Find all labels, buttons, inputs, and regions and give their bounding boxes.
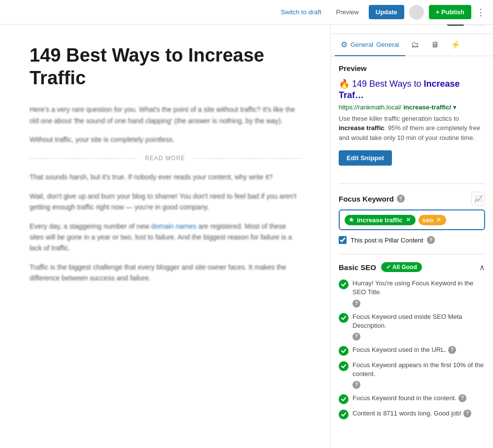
focus-keyword-text: Focus Keyword (339, 195, 394, 203)
check-2-help-icon[interactable]: ? (352, 333, 360, 341)
seo-title-text: 149 Best Ways to (352, 79, 421, 89)
keyword-remove-1[interactable]: ✕ (406, 216, 411, 223)
pillar-content-label: This post is Pillar Content (351, 237, 423, 244)
check-icon-2 (339, 313, 349, 323)
check-text-1: Hurray! You're using Focus Keyword in th… (352, 279, 485, 307)
seo-check-6: Content is 8711 words long. Good job! ? (339, 409, 485, 419)
panel-body: Preview 🔥 149 Best Ways to Increase Traf… (331, 56, 493, 448)
check-icon-3 (339, 346, 349, 356)
check-icon-1 (339, 279, 349, 289)
all-good-badge: ✓ All Good (381, 262, 422, 272)
post-paragraph-6: Traffic is the biggest challenge that ev… (30, 262, 301, 284)
seo-check-2: Focus Keyword used inside SEO Meta Descr… (339, 312, 485, 341)
fire-emoji: 🔥 (339, 79, 350, 89)
focus-keyword-help-icon[interactable]: ? (397, 195, 405, 203)
tab-advanced[interactable]: ⚡ (445, 34, 466, 56)
check-icon-6 (339, 410, 349, 419)
advanced-tab-icon: ⚡ (451, 40, 460, 49)
keyword-tag-seo: seo ✕ (419, 215, 446, 225)
tab-general-text: General (376, 41, 399, 48)
general-tab-icon: ⚙ (341, 40, 348, 49)
panel-tabs: ⚙ General General 🗂 🖥 ⚡ (331, 34, 493, 56)
read-more-divider: READ MORE (30, 155, 301, 162)
tab-social[interactable]: 🗂 (405, 34, 425, 56)
preview-url: https://rankmath.local/increase-traffic/… (339, 103, 485, 111)
update-button[interactable]: Update (369, 5, 404, 19)
url-arrow-icon[interactable]: ▾ (453, 103, 457, 111)
edit-snippet-button[interactable]: Edit Snippet (339, 150, 392, 166)
keyword-tag-increase-traffic: ★ increase traffic ✕ (345, 215, 416, 225)
section-divider-2 (339, 254, 485, 254)
publish-button[interactable]: + Publish (429, 5, 471, 19)
check-icon-5 (339, 394, 349, 404)
settings-circle-button[interactable] (409, 5, 424, 20)
check-6-help-icon[interactable]: ? (463, 410, 471, 417)
check-text-4: Focus Keyword appears in the first 10% o… (352, 361, 485, 389)
preview-section-title: Preview (339, 64, 485, 72)
trending-icon[interactable]: 📈 (471, 192, 485, 206)
focus-keyword-label: Focus Keyword ? (339, 195, 405, 203)
url-base: https://rankmath.local/ (339, 103, 401, 111)
focus-keyword-input[interactable]: ★ increase traffic ✕ seo ✕ (339, 209, 485, 230)
keyword-tag-text-1: increase traffic (357, 216, 403, 224)
domain-names-link[interactable]: domain names (151, 222, 196, 230)
seo-check-1: Hurray! You're using Focus Keyword in th… (339, 279, 485, 307)
basic-seo-collapse-icon[interactable]: ∧ (479, 263, 485, 272)
post-paragraph-5: Every day, a staggering number of new do… (30, 221, 301, 254)
preview-card: 🔥 149 Best Ways to Increase Traf… https:… (339, 78, 485, 142)
seo-checks-list: Hurray! You're using Focus Keyword in th… (339, 279, 485, 419)
seo-check-4: Focus Keyword appears in the first 10% o… (339, 361, 485, 389)
post-title[interactable]: 149 Best Ways to Increase Traffic (30, 44, 301, 89)
check-icon-4 (339, 361, 349, 371)
post-paragraph-3: That sounds harsh, but it's true. If nob… (30, 172, 301, 182)
social-tab-icon: 🗂 (411, 40, 419, 49)
post-paragraph-1: Here's a very rare question for you. Wha… (30, 104, 301, 126)
switch-to-draft-button[interactable]: Switch to draft (276, 5, 326, 19)
preview-button[interactable]: Preview (331, 5, 364, 19)
seo-check-3: Focus Keyword used in the URL. ? (339, 345, 485, 356)
read-more-label: READ MORE (137, 155, 193, 162)
check-text-3: Focus Keyword used in the URL. ? (352, 345, 456, 354)
url-bold-part: increase-traffic/ (403, 103, 451, 111)
check-text-6: Content is 8711 words long. Good job! ? (352, 409, 471, 418)
post-editor-area: 149 Best Ways to Increase Traffic Here's… (0, 25, 330, 448)
basic-seo-header[interactable]: Basic SEO ✓ All Good ∧ (339, 262, 485, 272)
keyword-tag-text-2: seo (423, 216, 433, 224)
keyword-star-icon: ★ (349, 216, 354, 223)
top-toolbar: Switch to draft Preview Update + Publish… (0, 0, 493, 25)
pillar-content-help-icon[interactable]: ? (427, 236, 435, 244)
schema-tab-icon: 🖥 (431, 40, 439, 49)
pillar-content-row: This post is Pillar Content ? (339, 236, 485, 244)
post-body: Here's a very rare question for you. Wha… (30, 104, 301, 283)
post-paragraph-2: Without traffic, your site is completely… (30, 134, 301, 145)
focus-keyword-header: Focus Keyword ? 📈 (339, 192, 485, 206)
more-options-button[interactable]: ⋮ (476, 7, 485, 18)
basic-seo-title-area: Basic SEO ✓ All Good (339, 262, 422, 272)
tab-general[interactable]: ⚙ General General (335, 34, 405, 56)
tab-general-label: General (351, 41, 373, 48)
seo-check-5: Focus Keyword found in the content. ? (339, 394, 485, 404)
check-1-help-icon[interactable]: ? (352, 300, 360, 308)
preview-description: Use these killer traffic generation tact… (339, 114, 485, 143)
preview-desc-bold: increase traffic (339, 124, 385, 132)
post-paragraph-4: Wait, don't give up and burn your blog t… (30, 191, 301, 213)
check-4-help-icon[interactable]: ? (352, 381, 360, 389)
preview-seo-title[interactable]: 🔥 149 Best Ways to Increase Traf… (339, 78, 485, 102)
section-divider-1 (339, 183, 485, 184)
check-5-help-icon[interactable]: ? (458, 394, 466, 402)
rank-math-panel: Rank Math ★ ✕ ⚙ General General 🗂 🖥 ⚡ Pr… (330, 0, 493, 448)
check-3-help-icon[interactable]: ? (448, 346, 456, 354)
pillar-content-checkbox[interactable] (339, 236, 347, 244)
keyword-remove-2[interactable]: ✕ (436, 216, 441, 223)
basic-seo-title: Basic SEO (339, 263, 376, 272)
check-text-2: Focus Keyword used inside SEO Meta Descr… (352, 312, 485, 341)
tab-schema[interactable]: 🖥 (425, 34, 445, 56)
check-text-5: Focus Keyword found in the content. ? (352, 394, 466, 403)
